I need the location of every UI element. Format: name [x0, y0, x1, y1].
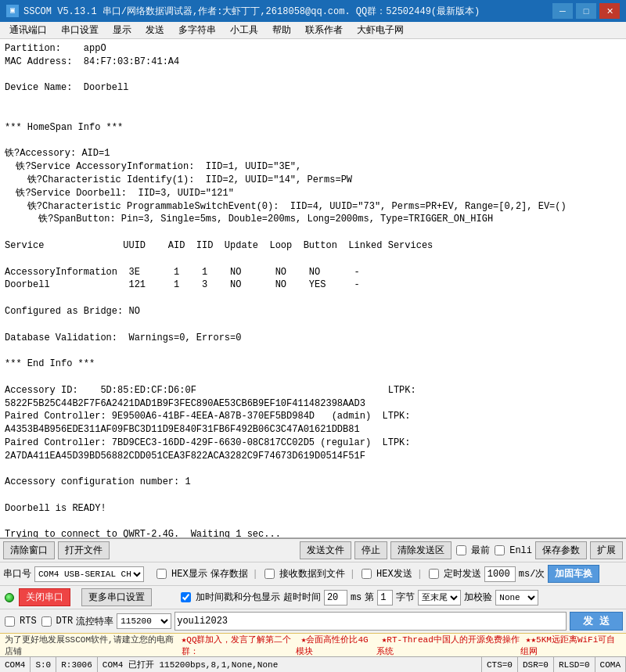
rts-label: RTS [20, 616, 37, 627]
ad-link1[interactable]: ★QQ群加入，发言了解第二个群： [182, 634, 297, 657]
window-title: SSCOM V5.13.1 串口/网络数据调试器,作者:大虾丁丁,2618058… [23, 5, 552, 18]
toolbar-row4: RTS DTR 流控特率 115200 发 送 [0, 609, 626, 633]
menu-serial-settings[interactable]: 串口设置 [55, 22, 105, 38]
menu-send[interactable]: 发送 [139, 22, 171, 38]
baud-select[interactable]: 115200 [117, 613, 171, 629]
multi-port-button[interactable]: 更多串口设置 [81, 588, 152, 606]
timestamp-label: 加时间戳和分包显示 [196, 591, 280, 604]
clear-send-button[interactable]: 清除发送区 [390, 541, 452, 559]
save-data-label: 保存数据 [210, 567, 248, 580]
hex-send-label: HEX发送 [376, 567, 412, 580]
byte-unit: 字节 [396, 591, 415, 604]
status-port-status: COM4 已打开 115200bps,8,1,None,None [98, 657, 482, 672]
checksum-select[interactable]: None [495, 590, 538, 606]
end-select[interactable]: 至末尾 [418, 590, 461, 606]
send-file-button[interactable]: 发送文件 [300, 541, 351, 559]
recv-hex-checkbox[interactable] [264, 569, 275, 579]
dtr-label: DTR [56, 616, 74, 627]
open-file-button[interactable]: 打开文件 [58, 541, 110, 559]
back-checkbox[interactable] [456, 545, 466, 555]
ad-banner: 为了更好地发展SSCOM软件,请建立您的电商店铺 ★QQ群加入，发言了解第二个群… [0, 633, 626, 656]
clear-window-button[interactable]: 清除窗口 [3, 541, 55, 559]
stop-button[interactable]: 停止 [354, 541, 387, 559]
maximize-button[interactable]: □ [576, 3, 596, 19]
status-cts: CTS=0 [482, 657, 518, 672]
dtr-checkbox[interactable] [41, 616, 52, 627]
expand-button[interactable]: 扩展 [590, 541, 623, 559]
toolbar-row3: 关闭串口 更多串口设置 加时间戳和分包显示 超时时间 ms 第 字节 至末尾 加… [0, 586, 626, 609]
menu-communications[interactable]: 通讯端口 [3, 22, 53, 38]
byte-input[interactable] [377, 590, 393, 606]
interval-input[interactable] [484, 566, 516, 582]
status-rlsd: RLSD=0 [554, 657, 595, 672]
timeout-label: 超时时间 [283, 591, 321, 604]
app-icon: ▣ [6, 5, 19, 17]
hex-display-checkbox[interactable] [156, 569, 167, 579]
menu-contact[interactable]: 联系作者 [299, 22, 349, 38]
enl-checkbox[interactable] [495, 545, 505, 555]
rts-checkbox[interactable] [5, 616, 15, 627]
led-indicator [5, 593, 14, 602]
timed-send-label: 定时发送 [444, 567, 481, 580]
status-r: R:3006 [56, 657, 98, 672]
ad-link4[interactable]: ★★5KM远距离WiFi可自组网 [520, 634, 621, 657]
recv-hex-label: 接收数据到文件 [279, 567, 345, 580]
main-area: Partition: appO MAC Address: 84:F7:03:B7… [0, 39, 626, 672]
titlebar: ▣ SSCOM V5.13.1 串口/网络数据调试器,作者:大虾丁丁,26180… [0, 0, 626, 22]
menu-multi-string[interactable]: 多字符串 [172, 22, 222, 38]
minimize-button[interactable]: ─ [552, 3, 573, 19]
status-port: COM4 [0, 657, 31, 672]
ad-link2[interactable]: ★会面高性价比4G模块 [296, 634, 376, 657]
status-dsr: DSR=0 [518, 657, 554, 672]
menu-display[interactable]: 显示 [106, 22, 138, 38]
save-params-button[interactable]: 保存参数 [535, 541, 587, 559]
menu-website[interactable]: 大虾电子网 [351, 22, 410, 38]
checksum-label: 加校验 [464, 591, 492, 604]
status-coma: COMA [595, 657, 626, 672]
status-s0: S:0 [31, 657, 56, 672]
menu-help[interactable]: 帮助 [266, 22, 297, 38]
toolbar-row1: 清除窗口 打开文件 发送文件 停止 清除发送区 最前 Enli 保存参数 扩展 [0, 539, 626, 562]
hex-send-checkbox[interactable] [362, 569, 372, 579]
flow-label: 流控特率 [76, 615, 113, 628]
timed-send-checkbox[interactable] [429, 569, 439, 579]
hex-display-label: HEX显示 [171, 567, 207, 580]
back-label: 最前 [471, 544, 490, 557]
byte-label: 第 [365, 591, 374, 604]
port-select[interactable]: COM4 USB-SERIAL CH340 [34, 566, 144, 582]
send-button[interactable]: 发 送 [570, 612, 623, 631]
port-label: 串口号 [3, 567, 31, 580]
statusbar: COM4 S:0 R:3006 COM4 已打开 115200bps,8,1,N… [0, 656, 626, 672]
menubar: 通讯端口 串口设置 显示 发送 多字符串 小工具 帮助 联系作者 大虾电子网 [0, 22, 626, 39]
ad-text1: 为了更好地发展SSCOM软件,请建立您的电商店铺 [5, 634, 182, 657]
interval-unit: ms/次 [519, 567, 545, 580]
close-button[interactable]: ✕ [599, 3, 620, 19]
terminal-output: Partition: appO MAC Address: 84:F7:03:B7… [0, 39, 626, 538]
window-controls: ─ □ ✕ [552, 3, 620, 19]
menu-tools[interactable]: 小工具 [224, 22, 264, 38]
timeout-unit: ms [351, 592, 362, 603]
enl-label: Enli [509, 545, 532, 556]
close-port-button[interactable]: 关闭串口 [19, 588, 70, 606]
bottom-controls: 清除窗口 打开文件 发送文件 停止 清除发送区 最前 Enli 保存参数 扩展 … [0, 538, 626, 633]
timestamp-checkbox[interactable] [181, 592, 191, 602]
toolbar-row2: 串口号 COM4 USB-SERIAL CH340 HEX显示 保存数据 | 接… [0, 562, 626, 586]
ad-link3[interactable]: ★RT-Thread中国人的开源免费操作系统 [376, 634, 520, 657]
timeout-input[interactable] [324, 590, 347, 606]
send-input[interactable] [174, 612, 567, 631]
add-check-button[interactable]: 加固车换 [548, 565, 599, 583]
